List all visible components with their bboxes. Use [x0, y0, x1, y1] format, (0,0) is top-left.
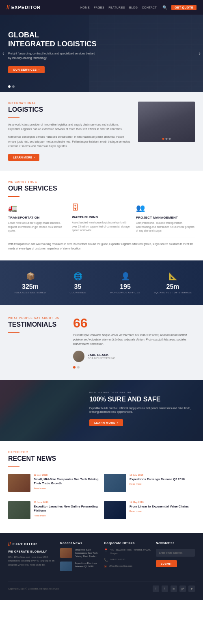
footer-offices: Corporate Offices 📍 489 Haywood Road, Po…	[104, 541, 151, 575]
hero-cta-button[interactable]: OUR SERVICES ›	[8, 66, 45, 73]
service-project-management: 👥 PROJECT MANAGEMENT Comprehensive, scal…	[136, 204, 195, 233]
nav-links: HOME PAGES FEATURES BLOG CONTACT 🔍 GET Q…	[80, 5, 197, 10]
news-text-3: 21 June 2018 Expeditor Launches New Onli…	[34, 501, 99, 517]
address-icon: 📍	[104, 549, 108, 552]
footer-tagline: WE OPERATE GLOBALLY	[8, 550, 55, 553]
safe-label: REACH YOUR DESTINATION	[89, 391, 195, 394]
services-grid: 🚛 TRANSPORTATION Learn more about our su…	[8, 204, 195, 233]
hero-subtitle: Freight forwarding, contract logistics a…	[8, 52, 97, 60]
news-image-3	[8, 501, 30, 519]
logistics-dot-1[interactable]	[162, 138, 164, 140]
hero-prev-arrow[interactable]: ‹	[2, 50, 4, 56]
stat-storage: 📐 25m SQUARE FEET OF STORAGE	[151, 272, 195, 294]
logistics-image	[138, 102, 195, 142]
project-management-icon: 👥	[136, 204, 195, 212]
navbar: // EXPEDITOR HOME PAGES FEATURES BLOG CO…	[0, 0, 203, 15]
countries-icon: 🌐	[56, 272, 100, 281]
news-read-1[interactable]: Read more	[34, 487, 99, 490]
offices-label: WORLDWIDE OFFICES	[103, 291, 147, 294]
testimonial-dot-1[interactable]	[73, 366, 76, 369]
testimonials-divider	[8, 332, 19, 333]
footer-news-title: Recent News	[60, 541, 99, 545]
transportation-desc: Learn more about our supply chain soluti…	[8, 221, 67, 233]
nav-home[interactable]: HOME	[80, 6, 90, 9]
testimonials-label: WHAT PEOPLE SAY ABOUT US	[8, 317, 65, 319]
services-section: WE CARRY TRUST OUR SERVICES 🚛 TRANSPORTA…	[0, 171, 203, 260]
project-management-title: PROJECT MANAGEMENT	[136, 216, 195, 219]
footer-office-address: 📍 489 Haywood Road, Portland, 97224, Ore…	[104, 548, 151, 555]
news-text-4: 14 May 2018 From Linear to Exponential V…	[130, 501, 189, 513]
footer-logo-text: EXPEDITOR	[13, 542, 37, 546]
get-quote-button[interactable]: GET QUOTE	[171, 5, 197, 10]
youtube-icon[interactable]: ▶	[188, 585, 195, 592]
quote-mark: 66	[73, 317, 195, 330]
news-read-3[interactable]: Read more	[34, 514, 99, 517]
services-label: WE CARRY TRUST	[8, 180, 195, 183]
logistics-learn-more-button[interactable]: LEARN MORE ›	[8, 154, 39, 161]
phone-text: 541-315-6220	[110, 558, 125, 562]
footer-grid: // EXPEDITOR WE OPERATE GLOBALLY With 19…	[8, 541, 195, 575]
newsletter-input[interactable]	[156, 549, 195, 557]
googleplus-icon[interactable]: g+	[179, 585, 186, 592]
footer-copyright: Copyright 2018 © Expeditor. All rights r…	[8, 588, 59, 590]
storage-label: SQUARE FEET OF STORAGE	[151, 291, 195, 294]
warehousing-title: WAREHOUSING	[72, 215, 131, 219]
logistics-label: INTERNATIONAL	[8, 102, 132, 104]
facebook-icon[interactable]: f	[153, 585, 159, 592]
footer-logo: // EXPEDITOR	[8, 541, 55, 547]
phone-icon: 📞	[104, 558, 108, 562]
news-text-2: 10 July 2018 Expeditor's Earnings Releas…	[130, 474, 185, 486]
packages-label: PACKAGES DELIVERED	[8, 291, 52, 294]
logo-text: EXPEDITOR	[11, 5, 41, 10]
transportation-title: TRANSPORTATION	[8, 216, 67, 219]
safe-desc: Expeditor builds durable, efficient supp…	[89, 406, 195, 414]
hero-next-arrow[interactable]: ›	[199, 50, 201, 56]
search-icon[interactable]: 🔍	[162, 5, 167, 10]
safe-content: REACH YOUR DESTINATION 100% SURE AND SAF…	[0, 380, 203, 435]
safe-learn-more-button[interactable]: LEARN MORE ›	[89, 419, 123, 426]
linkedin-icon[interactable]: in	[171, 585, 177, 592]
storage-number: 25m	[151, 283, 195, 291]
news-read-2[interactable]: Read more	[130, 483, 185, 485]
twitter-icon[interactable]: t	[162, 585, 168, 592]
news-item-4: 14 May 2018 From Linear to Exponential V…	[104, 501, 195, 519]
hero-dot-2[interactable]	[12, 85, 15, 88]
footer-about: // EXPEDITOR WE OPERATE GLOBALLY With 19…	[8, 541, 55, 575]
footer-offices-title: Corporate Offices	[104, 541, 151, 545]
email-text: office@expeditor.com	[109, 564, 132, 568]
news-read-4[interactable]: Read more	[130, 510, 189, 512]
news-grid: 12 July 2018 Small, Mid-Size Companies S…	[8, 474, 195, 523]
footer-logo-icon: //	[8, 541, 11, 547]
news-item-1: 12 July 2018 Small, Mid-Size Companies S…	[8, 474, 99, 492]
footer-news-item-2: Expeditor's Earnings Release Q2 2018	[60, 562, 99, 571]
news-image-4	[104, 501, 126, 519]
project-management-desc: Comprehensive, scalable transportation, …	[136, 221, 195, 233]
countries-label: COUNTRIES	[56, 291, 100, 294]
stat-offices: 👤 195 WORLDWIDE OFFICES	[103, 272, 147, 294]
newsletter-submit-button[interactable]: SUBMIT	[156, 560, 177, 567]
nav-logo[interactable]: // EXPEDITOR	[6, 4, 41, 11]
services-title: OUR SERVICES	[8, 185, 195, 192]
footer-newsletter: Newsletter SUBMIT	[156, 541, 195, 575]
address-text: 489 Haywood Road, Portland, 97224, Orego…	[110, 548, 151, 555]
stats-section: 📦 325m PACKAGES DELIVERED 🌐 35 COUNTRIES…	[0, 260, 203, 305]
logo-icon: //	[6, 4, 10, 11]
quote-text: Pellentesque convallis neque lorem, ac i…	[73, 333, 195, 347]
hero-dot-1[interactable]	[8, 85, 11, 88]
nav-blog[interactable]: BLOG	[129, 6, 138, 9]
logistics-dot-2[interactable]	[166, 138, 168, 140]
hero-dots	[8, 85, 15, 88]
logistics-dot-3[interactable]	[169, 138, 171, 140]
news-date-1: 12 July 2018	[34, 474, 99, 476]
hero-content: GLOBALINTEGRATED LOGISTICS Freight forwa…	[0, 15, 106, 81]
testimonial-dot-2[interactable]	[77, 366, 80, 369]
footer-news-text-2: Expeditor's Earnings Release Q2 2018	[75, 562, 99, 571]
footer-news-img-2	[60, 562, 72, 571]
footer-news-item-1: Small Mid-Size Companies See Tech Drivin…	[60, 548, 99, 558]
warehousing-desc: Asset-backed warehouse logistics network…	[72, 221, 131, 232]
safe-section: REACH YOUR DESTINATION 100% SURE AND SAF…	[0, 380, 203, 441]
nav-features[interactable]: FEATURES	[108, 6, 125, 9]
logistics-title: LOGISTICS	[8, 106, 132, 113]
nav-pages[interactable]: PAGES	[94, 6, 104, 9]
nav-contact[interactable]: CONTACT	[142, 6, 157, 9]
